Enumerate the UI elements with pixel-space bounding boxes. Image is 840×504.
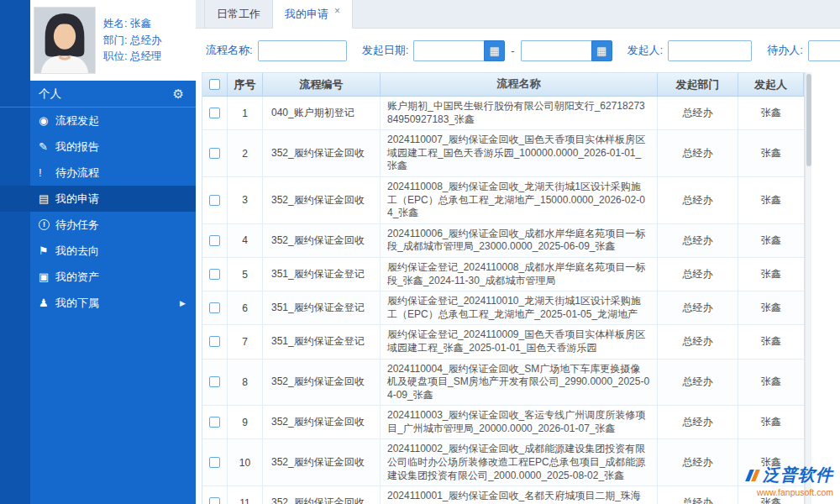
row-index: 6 — [228, 291, 263, 324]
row-index: 8 — [228, 360, 263, 406]
user-name-label: 姓名: — [103, 18, 127, 29]
process-name: 2024110003_履约保证金回收_客运专线广州调度所装修项目_广州城市管理局… — [381, 406, 658, 438]
row-checkbox[interactable] — [209, 195, 220, 206]
table-row[interactable]: 8352_履约保证金回收2024110004_履约保证金回收_SM广场地下车库更… — [202, 360, 804, 407]
initiator-name: 张鑫 — [738, 360, 804, 406]
initiator-name: 张鑫 — [738, 406, 804, 438]
initiator-input[interactable] — [668, 40, 752, 61]
vertical-scrollbar[interactable] — [805, 72, 811, 504]
initiating-dept: 总经办 — [658, 439, 738, 486]
pending-flow-icon: ! — [39, 166, 55, 179]
calendar-icon[interactable]: ▦ — [591, 40, 612, 61]
table-row[interactable]: 1040_账户期初登记账户期初_中国民生银行股份有限公司朝阳支行_6271827… — [202, 97, 804, 130]
date-to-input[interactable] — [521, 40, 591, 61]
sidebar-item-label: 我的资产 — [55, 270, 99, 285]
sidebar: 姓名: 张鑫 部门: 总经办 职位: 总经理 个人 ⚙ ◉流程发起✎我的报告!待… — [0, 0, 196, 504]
select-all-checkbox[interactable] — [209, 79, 220, 90]
sidebar-item-flow-start[interactable]: ◉流程发起 — [0, 108, 196, 134]
table-row[interactable]: 11352_履约保证金回收2024110001_履约保证金回收_名都天府城项目二… — [202, 486, 804, 504]
table-row[interactable]: 2352_履约保证金回收2024110007_履约保证金回收_国色天香项目实体样… — [202, 130, 804, 177]
process-table: 序号 流程编号 流程名称 发起部门 发起人 1040_账户期初登记账户期初_中国… — [202, 72, 805, 504]
row-checkbox[interactable] — [209, 376, 220, 387]
avatar — [34, 7, 96, 74]
row-index: 7 — [228, 325, 263, 358]
initiating-dept: 总经办 — [658, 360, 738, 406]
row-checkbox[interactable] — [209, 302, 220, 313]
application-icon: ▤ — [39, 192, 55, 205]
filter-bar: 流程名称: 发起日期: ▦ - ▦ 发起人: 待办人: — [196, 29, 840, 72]
tab-bar: 日常工作 我的申请 × — [196, 0, 840, 29]
start-date-label: 发起日期: — [362, 43, 409, 58]
sidebar-item-label: 待办流程 — [55, 165, 99, 181]
sidebar-item-pending-flow[interactable]: !待办流程 — [0, 160, 196, 186]
column-header-code: 流程编号 — [263, 73, 381, 96]
process-name: 2024110007_履约保证金回收_国色天香项目实体样板房区域园建工程_国色天… — [381, 130, 658, 176]
table-row[interactable]: 6351_履约保证金登记履约保证金登记_2024110010_龙湖天街城1区设计… — [202, 291, 804, 325]
process-code: 352_履约保证金回收 — [263, 439, 381, 486]
scrollbar-thumb[interactable] — [806, 74, 811, 166]
initiator-name: 张鑫 — [738, 130, 804, 176]
row-checkbox[interactable] — [209, 269, 220, 280]
table-row[interactable]: 5351_履约保证金登记履约保证金登记_2024110008_成都水岸华庭名苑项… — [202, 258, 804, 291]
process-code: 352_履约保证金回收 — [263, 224, 381, 257]
row-index: 11 — [228, 486, 263, 504]
tab-daily-work[interactable]: 日常工作 — [204, 0, 273, 28]
process-name-input[interactable] — [258, 40, 347, 61]
sidebar-item-pending-task[interactable]: !待办任务 — [0, 212, 196, 238]
row-checkbox[interactable] — [209, 417, 220, 428]
row-checkbox[interactable] — [209, 497, 220, 504]
process-code: 352_履约保证金回收 — [263, 177, 381, 223]
app-window: 姓名: 张鑫 部门: 总经办 职位: 总经理 个人 ⚙ ◉流程发起✎我的报告!待… — [0, 0, 840, 504]
tab-my-applications[interactable]: 我的申请 × — [273, 0, 353, 29]
table-row[interactable]: 4352_履约保证金回收2024110006_履约保证金回收_成都水岸华庭名苑项… — [202, 224, 804, 258]
row-checkbox[interactable] — [209, 108, 220, 118]
initiating-dept: 总经办 — [658, 325, 738, 358]
sidebar-item-application[interactable]: ▤我的申请 — [0, 186, 196, 212]
asset-icon: ▣ — [39, 270, 55, 283]
process-name: 履约保证金登记_2024110009_国色天香项目实体样板房区域园建工程_张鑫_… — [381, 325, 658, 358]
row-checkbox[interactable] — [209, 235, 220, 246]
main-content: 日常工作 我的申请 × 流程名称: 发起日期: ▦ - ▦ 发起人: — [196, 0, 840, 504]
row-checkbox[interactable] — [209, 336, 220, 347]
process-name: 账户期初_中国民生银行股份有限公司朝阳支行_627182738495092718… — [381, 97, 658, 129]
date-from-input[interactable] — [413, 40, 484, 61]
sidebar-item-asset[interactable]: ▣我的资产 — [0, 264, 196, 290]
initiating-dept: 总经办 — [658, 406, 738, 438]
sidebar-item-direction[interactable]: ⚑我的去向 — [0, 238, 196, 264]
calendar-icon[interactable]: ▦ — [484, 40, 505, 61]
pending-task-icon: ! — [39, 219, 50, 230]
process-name-label: 流程名称: — [206, 43, 253, 58]
direction-icon: ⚑ — [39, 244, 55, 257]
sidebar-item-label: 待办任务 — [55, 218, 99, 233]
process-name: 2024110008_履约保证金回收_龙湖天街城1区设计采购施工（EPC）总承包… — [381, 177, 658, 223]
row-checkbox[interactable] — [209, 148, 220, 159]
sidebar-item-report[interactable]: ✎我的报告 — [0, 134, 196, 160]
user-profile-card: 姓名: 张鑫 部门: 总经办 职位: 总经理 — [30, 0, 196, 81]
column-header-no: 序号 — [228, 73, 263, 96]
sidebar-item-label: 流程发起 — [55, 113, 99, 129]
initiator-name: 张鑫 — [738, 177, 804, 223]
process-name: 2024110004_履约保证金回收_SM广场地下车库更换摄像机及硬盘项目_SM… — [381, 360, 658, 406]
sidebar-section-personal: 个人 ⚙ — [0, 81, 196, 108]
sidebar-item-label: 我的去向 — [55, 244, 99, 259]
report-icon: ✎ — [39, 140, 55, 153]
process-name: 履约保证金登记_2024110008_成都水岸华庭名苑项目一标段_张鑫_2024… — [381, 258, 658, 291]
gear-icon[interactable]: ⚙ — [173, 87, 184, 102]
assignee-input[interactable] — [808, 40, 840, 61]
process-code: 352_履约保证金回收 — [263, 360, 381, 406]
user-info: 姓名: 张鑫 部门: 总经办 职位: 总经理 — [103, 13, 161, 68]
row-checkbox[interactable] — [209, 457, 220, 468]
sidebar-item-subordinate[interactable]: ♟我的下属▶ — [0, 290, 196, 316]
row-index: 4 — [228, 224, 263, 257]
initiator-label: 发起人: — [627, 43, 664, 58]
initiator-name: 张鑫 — [738, 325, 804, 358]
user-dept-label: 部门: — [103, 34, 127, 46]
table-row[interactable]: 3352_履约保证金回收2024110008_履约保证金回收_龙湖天街城1区设计… — [202, 177, 804, 224]
close-icon[interactable]: × — [334, 5, 340, 17]
initiator-name: 张鑫 — [738, 258, 804, 291]
table-row[interactable]: 10352_履约保证金回收2024110002_履约保证金回收_成都能源建设集团… — [202, 439, 804, 486]
table-body: 1040_账户期初登记账户期初_中国民生银行股份有限公司朝阳支行_6271827… — [202, 97, 804, 504]
table-row[interactable]: 7351_履约保证金登记履约保证金登记_2024110009_国色天香项目实体样… — [202, 325, 804, 359]
table-row[interactable]: 9352_履约保证金回收2024110003_履约保证金回收_客运专线广州调度所… — [202, 406, 804, 439]
process-name: 2024110002_履约保证金回收_成都能源建设集团投资有限公司临时办公场所装… — [381, 439, 658, 486]
